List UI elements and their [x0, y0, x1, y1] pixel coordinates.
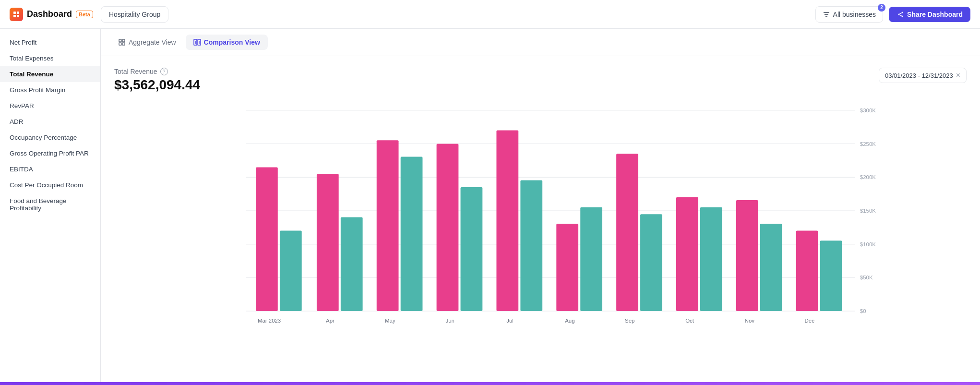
- aggregate-label: Aggregate View: [129, 38, 176, 46]
- tab-comparison-view[interactable]: Comparison View: [186, 35, 268, 50]
- sidebar-item-gross-operating-profit-par[interactable]: Gross Operating Profit PAR: [0, 145, 100, 161]
- all-businesses-button[interactable]: All businesses 2: [815, 6, 884, 23]
- svg-rect-12: [119, 39, 121, 42]
- logo-svg: [12, 11, 20, 18]
- sidebar-item-revpar[interactable]: RevPAR: [0, 98, 100, 114]
- sidebar: Net Profit Total Expenses Total Revenue …: [0, 29, 101, 382]
- main-layout: Net Profit Total Expenses Total Revenue …: [0, 29, 980, 382]
- header-right: All businesses 2 Share Dashboard: [815, 6, 970, 23]
- date-range-text: 03/01/2023 - 12/31/2023: [885, 72, 953, 79]
- sidebar-item-net-profit[interactable]: Net Profit: [0, 35, 100, 50]
- chart-svg: $300K $250K $200K $150K $100K: [114, 100, 967, 360]
- svg-text:Jun: Jun: [445, 318, 454, 324]
- svg-rect-1: [17, 12, 19, 14]
- svg-text:Dec: Dec: [805, 318, 815, 324]
- filter-icon: [823, 11, 830, 18]
- sidebar-item-adr[interactable]: ADR: [0, 114, 100, 130]
- bar-may-secondary: [401, 157, 423, 311]
- app-container: Dashboard Beta Hospitality Group All bus…: [0, 0, 980, 385]
- beta-badge: Beta: [76, 11, 93, 18]
- sidebar-item-total-expenses[interactable]: Total Expenses: [0, 50, 100, 66]
- chart-value: $3,562,094.44: [114, 77, 200, 93]
- svg-text:Sep: Sep: [625, 318, 634, 324]
- bar-nov-primary: [736, 200, 758, 311]
- date-range-close-icon[interactable]: ×: [956, 71, 960, 80]
- chart-header: Total Revenue ? $3,562,094.44 03/01/2023…: [114, 68, 967, 93]
- bottom-bar: [0, 382, 980, 385]
- header: Dashboard Beta Hospitality Group All bus…: [0, 0, 980, 29]
- sidebar-item-ebitda[interactable]: EBITDA: [0, 161, 100, 177]
- content-area: Aggregate View Comparison View: [101, 29, 980, 382]
- svg-rect-2: [13, 15, 16, 17]
- group-tab-button[interactable]: Hospitality Group: [101, 6, 168, 23]
- svg-point-9: [902, 15, 903, 17]
- svg-text:$300K: $300K: [860, 108, 876, 113]
- aggregate-icon: [118, 38, 126, 46]
- svg-text:May: May: [385, 318, 395, 324]
- bar-jul-primary: [496, 130, 518, 311]
- bar-dec-primary: [796, 231, 818, 312]
- bar-aug-primary: [556, 224, 578, 311]
- bar-nov-secondary: [760, 224, 782, 311]
- chart-title-area: Total Revenue ? $3,562,094.44: [114, 68, 200, 93]
- header-left: Dashboard Beta Hospitality Group: [10, 6, 168, 23]
- svg-line-10: [899, 12, 901, 13]
- svg-rect-14: [119, 43, 121, 45]
- sidebar-item-food-beverage[interactable]: Food and Beverage Profitability: [0, 193, 100, 216]
- bar-oct-secondary: [700, 207, 722, 311]
- tabs-bar: Aggregate View Comparison View: [101, 29, 980, 56]
- bar-may-primary: [377, 140, 399, 311]
- svg-rect-0: [13, 12, 16, 14]
- svg-text:Aug: Aug: [565, 318, 574, 324]
- sidebar-item-occupancy-percentage[interactable]: Occupancy Percentage: [0, 130, 100, 145]
- date-range-picker[interactable]: 03/01/2023 - 12/31/2023 ×: [879, 68, 967, 83]
- bar-sep-secondary: [640, 214, 662, 311]
- chart-title: Total Revenue ?: [114, 68, 200, 75]
- all-businesses-label: All businesses: [833, 11, 876, 18]
- bar-jul-secondary: [520, 180, 542, 311]
- svg-text:Mar 2023: Mar 2023: [258, 318, 281, 324]
- svg-text:$50K: $50K: [860, 275, 873, 280]
- bar-sep-primary: [616, 154, 638, 311]
- share-dashboard-button[interactable]: Share Dashboard: [889, 7, 970, 22]
- bar-jun-secondary: [461, 187, 483, 311]
- svg-text:$250K: $250K: [860, 141, 876, 147]
- bar-jun-primary: [437, 144, 459, 312]
- svg-text:Apr: Apr: [326, 318, 335, 324]
- share-label: Share Dashboard: [907, 11, 963, 18]
- sidebar-item-total-revenue[interactable]: Total Revenue: [0, 66, 100, 82]
- svg-text:Oct: Oct: [685, 318, 694, 324]
- bar-apr-primary: [317, 174, 339, 311]
- sidebar-item-cost-per-occupied-room[interactable]: Cost Per Occupied Room: [0, 177, 100, 193]
- svg-text:$100K: $100K: [860, 241, 876, 247]
- logo-text: Dashboard: [27, 9, 72, 19]
- chart-section: Total Revenue ? $3,562,094.44 03/01/2023…: [101, 56, 980, 382]
- svg-text:Jul: Jul: [506, 318, 514, 324]
- bar-aug-secondary: [580, 207, 602, 311]
- chart-title-text: Total Revenue: [114, 68, 157, 75]
- logo-icon: [10, 8, 23, 21]
- notification-badge: 2: [878, 4, 885, 12]
- logo-area: Dashboard Beta: [10, 8, 93, 21]
- tab-aggregate-view[interactable]: Aggregate View: [110, 35, 184, 50]
- svg-line-11: [899, 14, 901, 15]
- svg-text:$200K: $200K: [860, 174, 876, 180]
- bar-mar-secondary: [280, 231, 302, 312]
- share-icon: [896, 11, 904, 18]
- svg-rect-15: [122, 43, 125, 45]
- bar-mar-primary: [256, 167, 278, 311]
- comparison-icon: [193, 38, 201, 46]
- svg-text:$150K: $150K: [860, 208, 876, 214]
- svg-text:$0: $0: [860, 308, 866, 314]
- svg-rect-3: [17, 15, 19, 17]
- bar-oct-primary: [676, 197, 698, 311]
- svg-point-8: [902, 12, 903, 13]
- svg-point-7: [898, 13, 900, 15]
- svg-rect-13: [122, 39, 125, 42]
- chart-container: $300K $250K $200K $150K $100K: [114, 100, 967, 360]
- svg-text:Nov: Nov: [745, 318, 755, 324]
- sidebar-item-gross-profit-margin[interactable]: Gross Profit Margin: [0, 82, 100, 98]
- comparison-label: Comparison View: [204, 38, 260, 46]
- bar-apr-secondary: [341, 217, 363, 311]
- info-icon: ?: [160, 68, 168, 75]
